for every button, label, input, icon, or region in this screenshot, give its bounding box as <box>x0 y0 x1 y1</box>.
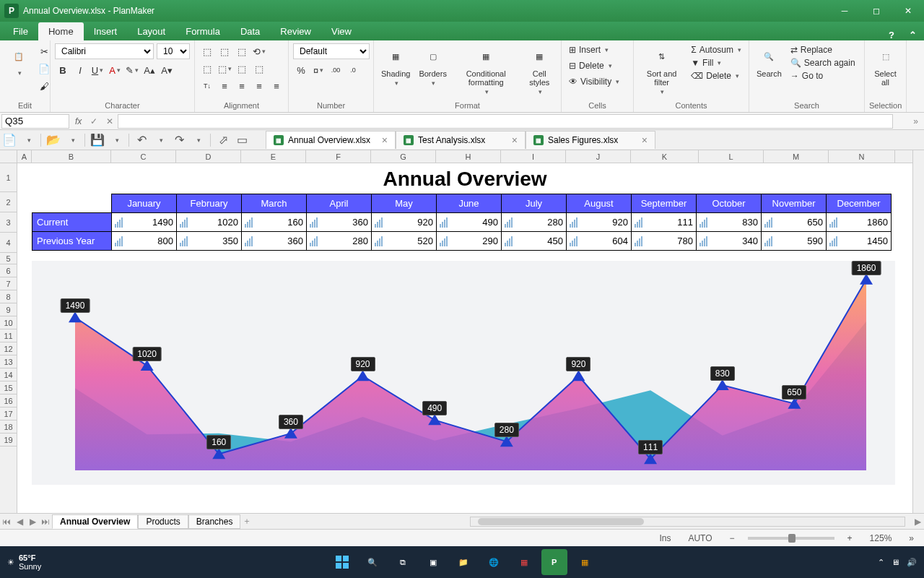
tray-chevron-icon[interactable]: ⌃ <box>878 558 884 567</box>
column-header[interactable]: K <box>631 150 699 163</box>
taskbar-search-button[interactable]: 🔍 <box>359 549 385 575</box>
copy-button[interactable]: 📄 <box>36 61 52 77</box>
insert-mode-indicator[interactable]: Ins <box>655 533 675 543</box>
column-headers[interactable]: ABCDEFGHIJKLMN <box>17 150 912 163</box>
italic-button[interactable]: I <box>72 62 88 78</box>
open-button[interactable]: 📂 <box>44 131 63 149</box>
data-cell[interactable]: 590 <box>762 232 827 251</box>
weather-widget[interactable]: ☀ 65°F Sunny <box>0 553 48 571</box>
tray-volume-icon[interactable]: 🔊 <box>907 558 917 567</box>
new-dropdown[interactable]: ▾ <box>19 131 38 149</box>
data-cell[interactable]: 604 <box>567 232 632 251</box>
new-button[interactable]: 📄 <box>0 131 19 149</box>
file-explorer-button[interactable]: 📁 <box>450 549 476 575</box>
data-cell[interactable]: 800 <box>112 232 177 251</box>
tray-monitor-icon[interactable]: 🖥 <box>892 558 899 566</box>
menu-tab-formula[interactable]: Formula <box>175 22 230 40</box>
taskbar-app-2[interactable]: ▦ <box>511 549 537 575</box>
expand-formula-button[interactable]: » <box>907 116 924 126</box>
column-header[interactable]: M <box>764 150 829 163</box>
zoom-level[interactable]: 125% <box>866 533 897 543</box>
pointer-button[interactable]: ⬀ <box>214 131 232 149</box>
data-cell[interactable]: 350 <box>177 232 242 251</box>
cell-reference-input[interactable] <box>1 114 69 129</box>
text-direction-button[interactable]: T↓ <box>199 78 215 94</box>
font-family-select[interactable]: Calibri <box>55 43 154 59</box>
data-cell[interactable]: 920 <box>372 213 437 232</box>
taskbar-app-3[interactable]: ▦ <box>572 549 598 575</box>
delete-contents-button[interactable]: ⌫Delete▾ <box>688 69 744 82</box>
maximize-button[interactable]: ◻ <box>860 0 892 22</box>
sheet-tab[interactable]: Branches <box>188 514 241 529</box>
column-header[interactable]: L <box>699 150 764 163</box>
row-header[interactable]: 12 <box>0 342 17 355</box>
data-cell[interactable]: 450 <box>502 232 567 251</box>
fill-button[interactable]: ▼Fill▾ <box>688 56 744 69</box>
vertical-scrollbar[interactable] <box>912 150 924 513</box>
calc-mode-indicator[interactable]: AUTO <box>684 533 716 543</box>
menu-tab-file[interactable]: File <box>3 22 38 40</box>
close-button[interactable]: ✕ <box>892 0 924 22</box>
row-header[interactable]: 11 <box>0 329 17 342</box>
redo-button[interactable]: ↷ <box>170 131 188 149</box>
cut-button[interactable]: ✂ <box>36 43 52 59</box>
data-cell[interactable]: 920 <box>567 213 632 232</box>
paste-button[interactable]: 📋 ▾ <box>4 43 33 78</box>
taskbar-app-1[interactable]: ▣ <box>420 549 446 575</box>
row-header[interactable]: 13 <box>0 355 17 368</box>
column-header[interactable]: E <box>241 150 306 163</box>
minimize-button[interactable]: ─ <box>829 0 860 22</box>
orientation-button[interactable]: ⟲▾ <box>251 43 267 59</box>
doc-tab[interactable]: ▦Annual Overview.xlsx× <box>266 131 396 149</box>
bold-button[interactable]: B <box>55 62 71 78</box>
delete-cells-button[interactable]: ⊟Delete▾ <box>566 59 615 72</box>
close-doc-button[interactable]: × <box>642 134 648 146</box>
menu-tab-view[interactable]: View <box>321 22 362 40</box>
collapse-ribbon-button[interactable]: ⌃ <box>902 30 924 40</box>
last-sheet-button[interactable]: ⏭ <box>39 517 52 527</box>
sheet-area[interactable]: ABCDEFGHIJKLMN 1234567891011121314151617… <box>0 150 924 513</box>
highlight-button[interactable]: ✎▾ <box>124 62 140 78</box>
column-header[interactable]: N <box>829 150 895 163</box>
column-header[interactable]: B <box>32 150 111 163</box>
autosum-button[interactable]: ΣAutosum▾ <box>688 43 744 56</box>
sort-filter-button[interactable]: ⇅Sort and filter▾ <box>638 43 685 97</box>
data-cell[interactable]: 1490 <box>112 213 177 232</box>
row-header[interactable]: 3 <box>0 212 17 233</box>
data-cell[interactable]: 520 <box>372 232 437 251</box>
indent-less-button[interactable]: ⬚ <box>234 61 250 77</box>
data-cell[interactable]: 360 <box>307 213 372 232</box>
zoom-dropdown[interactable]: » <box>905 533 918 543</box>
merge-button[interactable]: ⬚▾ <box>217 61 232 77</box>
row-header[interactable]: 4 <box>0 233 17 253</box>
visibility-button[interactable]: 👁Visibility▾ <box>566 75 622 88</box>
open-dropdown[interactable]: ▾ <box>63 131 82 149</box>
data-cell[interactable]: 1450 <box>827 232 892 251</box>
object-button[interactable]: ▭ <box>232 131 251 149</box>
save-button[interactable]: 💾 <box>88 131 107 149</box>
align-justify-button[interactable]: ≡ <box>269 78 284 94</box>
formula-cancel-button[interactable]: ✕ <box>102 116 118 126</box>
data-cell[interactable]: 160 <box>242 213 307 232</box>
sheet-tab[interactable]: Annual Overview <box>52 514 138 529</box>
borders-button[interactable]: ▢Borders▾ <box>416 43 450 88</box>
redo-dropdown[interactable]: ▾ <box>188 131 207 149</box>
font-size-select[interactable]: 10 <box>157 43 190 59</box>
data-cell[interactable]: 280 <box>307 232 372 251</box>
row-header[interactable]: 15 <box>0 381 17 394</box>
prev-sheet-button[interactable]: ◀ <box>13 517 26 527</box>
row-header[interactable]: 8 <box>0 290 17 303</box>
row-header[interactable]: 17 <box>0 407 17 420</box>
menu-tab-review[interactable]: Review <box>270 22 321 40</box>
undo-dropdown[interactable]: ▾ <box>151 131 170 149</box>
column-header[interactable]: H <box>436 150 501 163</box>
align-left-button[interactable]: ≡ <box>217 78 232 94</box>
undo-button[interactable]: ↶ <box>132 131 151 149</box>
shrink-font-button[interactable]: A▾ <box>159 62 175 78</box>
data-cell[interactable]: 780 <box>632 232 697 251</box>
data-cell[interactable]: 1020 <box>177 213 242 232</box>
data-cell[interactable]: 490 <box>437 213 502 232</box>
font-color-button[interactable]: A▾ <box>107 62 123 78</box>
help-button[interactable]: ? <box>881 30 902 40</box>
formula-accept-button[interactable]: ✓ <box>86 116 102 126</box>
